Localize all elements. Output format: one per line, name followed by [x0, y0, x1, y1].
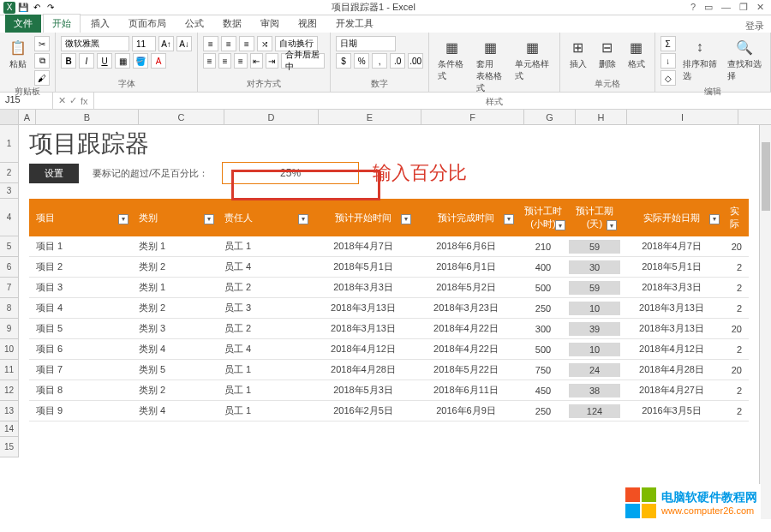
col-b[interactable]: B: [36, 110, 139, 124]
col-i[interactable]: I: [627, 110, 738, 124]
table-row[interactable]: 项目 1类别 1员工 12018年4月7日2018年6月6日210592018年…: [29, 236, 749, 257]
align-left-icon[interactable]: ≡: [203, 53, 216, 69]
orientation-icon[interactable]: ⤭: [257, 36, 272, 51]
fx-icon[interactable]: fx: [81, 96, 88, 106]
find-select-button[interactable]: 🔍查找和选择: [724, 36, 765, 84]
help-icon[interactable]: ?: [690, 2, 696, 13]
scrollbar-thumb[interactable]: [762, 142, 770, 211]
row-2[interactable]: 2: [0, 163, 19, 183]
cell-plan-start[interactable]: 2018年4月12日: [312, 341, 415, 357]
cell-hours[interactable]: 450: [517, 384, 569, 398]
cell-plan-end[interactable]: 2018年5月2日: [415, 279, 517, 296]
cut-icon[interactable]: ✂: [34, 36, 50, 51]
cell-hours[interactable]: 400: [517, 260, 569, 274]
cell-hours[interactable]: 250: [517, 404, 569, 418]
cell-responsible[interactable]: 员工 2: [218, 320, 312, 337]
cell-days[interactable]: 30: [569, 260, 620, 274]
cell-hours[interactable]: 500: [517, 281, 569, 295]
restore-button[interactable]: ❐: [739, 2, 748, 13]
cell-category[interactable]: 类别 4: [132, 403, 218, 419]
th-plan-end[interactable]: 预计完成时间▾: [415, 208, 517, 228]
row-6[interactable]: 6: [0, 257, 19, 278]
row-15[interactable]: 15: [0, 437, 19, 457]
col-e[interactable]: E: [319, 110, 421, 124]
filter-icon[interactable]: ▾: [607, 220, 617, 230]
vertical-scrollbar[interactable]: [759, 125, 771, 519]
fill-icon[interactable]: ↓: [660, 53, 676, 69]
comma-icon[interactable]: ,: [372, 53, 387, 69]
table-row[interactable]: 项目 3类别 1员工 22018年3月3日2018年5月2日500592018年…: [29, 278, 749, 298]
cell-plan-end[interactable]: 2018年5月22日: [415, 362, 517, 378]
align-bottom-icon[interactable]: ≡: [239, 36, 254, 51]
conditional-format-button[interactable]: ▦条件格式: [434, 36, 469, 84]
table-row[interactable]: 项目 5类别 3员工 22018年3月13日2018年4月22日30039201…: [29, 319, 749, 339]
cell-category[interactable]: 类别 2: [132, 382, 218, 398]
cell-hours[interactable]: 750: [517, 363, 569, 377]
cell-actual-start[interactable]: 2018年3月13日: [620, 320, 723, 337]
cell-plan-end[interactable]: 2018年4月22日: [415, 341, 517, 357]
cell-actual-start[interactable]: 2018年4月28日: [620, 362, 723, 378]
row-5[interactable]: 5: [0, 236, 19, 257]
underline-button[interactable]: U: [97, 53, 112, 69]
tab-review[interactable]: 审阅: [252, 15, 288, 33]
cell-days[interactable]: 59: [569, 281, 620, 295]
cell-project[interactable]: 项目 5: [29, 320, 132, 337]
cell-project[interactable]: 项目 2: [29, 259, 132, 275]
decrease-indent-icon[interactable]: ⇤: [250, 53, 263, 69]
filter-icon[interactable]: ▾: [204, 214, 214, 224]
row-12[interactable]: 12: [0, 380, 19, 401]
cell-actual-end[interactable]: 2: [723, 384, 749, 398]
cell-actual-end[interactable]: 2: [723, 302, 749, 315]
row-14[interactable]: 14: [0, 421, 19, 437]
cell-days[interactable]: 124: [569, 404, 620, 418]
col-g[interactable]: G: [524, 110, 576, 124]
row-7[interactable]: 7: [0, 278, 19, 298]
copy-icon[interactable]: ⧉: [34, 53, 50, 69]
cell-days[interactable]: 39: [569, 322, 620, 336]
cell-project[interactable]: 项目 4: [29, 300, 132, 316]
cell-responsible[interactable]: 员工 3: [218, 300, 312, 316]
row-3[interactable]: 3: [0, 183, 19, 199]
cell-plan-start[interactable]: 2018年4月7日: [312, 238, 415, 254]
row-9[interactable]: 9: [0, 319, 19, 339]
filter-icon[interactable]: ▾: [298, 214, 308, 224]
cell-plan-end[interactable]: 2018年6月1日: [415, 259, 517, 275]
clear-icon[interactable]: ◇: [660, 70, 676, 86]
tab-view[interactable]: 视图: [290, 15, 326, 33]
align-top-icon[interactable]: ≡: [203, 36, 218, 51]
table-row[interactable]: 项目 4类别 2员工 32018年3月13日2018年3月23日25010201…: [29, 298, 749, 319]
cell-actual-start[interactable]: 2018年3月3日: [620, 279, 723, 296]
row-13[interactable]: 13: [0, 401, 19, 421]
cell-category[interactable]: 类别 5: [132, 362, 218, 378]
align-center-icon[interactable]: ≡: [218, 53, 231, 69]
th-actual-end[interactable]: 实际: [723, 201, 749, 234]
tab-home[interactable]: 开始: [43, 14, 81, 33]
cell-actual-start[interactable]: 2016年3月5日: [620, 403, 723, 419]
cell-actual-start[interactable]: 2018年4月7日: [620, 238, 723, 254]
currency-icon[interactable]: $: [336, 53, 351, 69]
cell-plan-end[interactable]: 2018年6月11日: [415, 382, 517, 398]
align-middle-icon[interactable]: ≡: [221, 36, 236, 51]
cell-plan-end[interactable]: 2018年3月23日: [415, 300, 517, 316]
tab-data[interactable]: 数据: [214, 15, 250, 33]
increase-indent-icon[interactable]: ⇥: [266, 53, 278, 69]
select-all-corner[interactable]: [0, 110, 19, 124]
table-row[interactable]: 项目 7类别 5员工 12018年4月28日2018年5月22日75024201…: [29, 360, 749, 380]
cell-days[interactable]: 38: [569, 384, 620, 398]
cancel-fx-icon[interactable]: ✕: [58, 95, 66, 106]
cells-area[interactable]: 项目跟踪器 设置 要标记的超过/不足百分比： 25% 输入百分比 项目▾ 类别▾…: [19, 125, 759, 421]
format-painter-icon[interactable]: 🖌: [34, 70, 50, 86]
cell-plan-start[interactable]: 2018年3月13日: [312, 320, 415, 337]
insert-cells-button[interactable]: ⊞插入: [565, 36, 591, 72]
cell-actual-start[interactable]: 2018年3月13日: [620, 300, 723, 316]
cell-actual-start[interactable]: 2018年4月27日: [620, 382, 723, 398]
cell-actual-end[interactable]: 2: [723, 281, 749, 295]
settings-button[interactable]: 设置: [29, 164, 79, 183]
tab-insert[interactable]: 插入: [82, 15, 118, 33]
row-8[interactable]: 8: [0, 298, 19, 319]
cell-category[interactable]: 类别 1: [132, 238, 218, 254]
cell-plan-start[interactable]: 2018年4月28日: [312, 362, 415, 378]
decrease-font-icon[interactable]: A↓: [176, 36, 192, 51]
fill-color-icon[interactable]: 🪣: [133, 53, 148, 69]
cell-plan-end[interactable]: 2018年4月22日: [415, 320, 517, 337]
